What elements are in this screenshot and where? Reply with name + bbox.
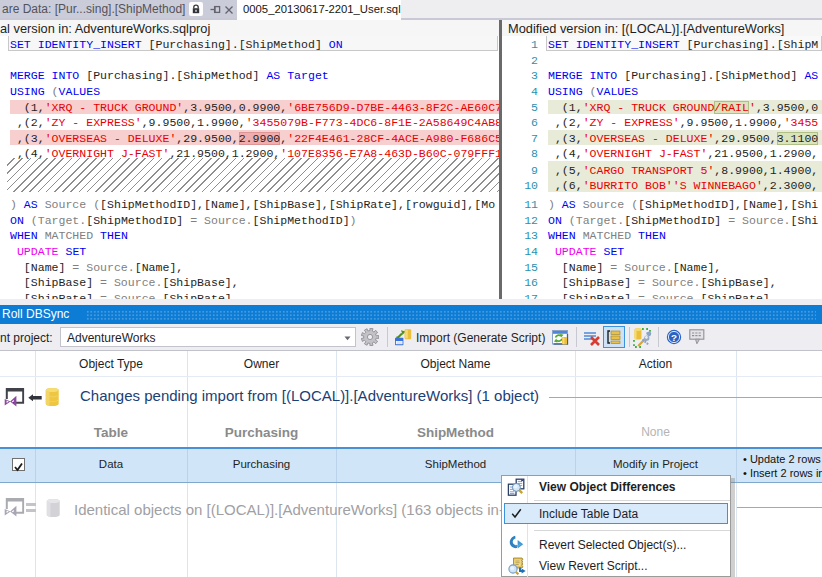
svg-text:?: ? bbox=[671, 332, 677, 343]
